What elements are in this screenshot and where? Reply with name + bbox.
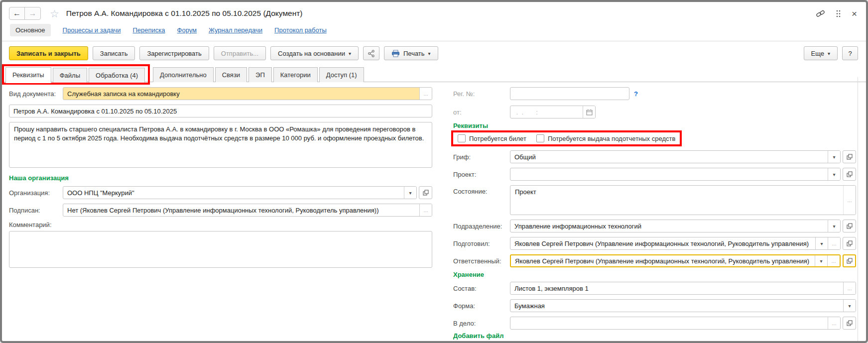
forward-button[interactable]: → [25, 7, 40, 19]
responsible-open-button[interactable] [843, 254, 856, 267]
signed-label: Подписан: [9, 207, 63, 214]
prepared-by-label: Подготовил: [453, 240, 510, 247]
left-column: Вид документа: ... Прошу направить старш… [9, 87, 432, 343]
department-open-button[interactable] [843, 220, 856, 232]
register-button[interactable]: Зарегистрировать [139, 46, 209, 60]
composition-ellipsis-button[interactable]: ... [843, 282, 856, 294]
case-file-open-button[interactable] [843, 317, 856, 330]
chevron-down-icon: ▾ [349, 51, 351, 56]
organization-dropdown-button[interactable]: ▾ [404, 187, 416, 199]
tab-processing[interactable]: Обработка (4) [89, 68, 145, 83]
department-dropdown-button[interactable]: ▾ [828, 220, 840, 232]
classification-field: ▾ [510, 150, 841, 163]
classification-dropdown-button[interactable]: ▾ [828, 151, 840, 163]
form-kind-dropdown-button[interactable]: ▾ [843, 300, 856, 312]
state-field: Проект ... [510, 185, 856, 215]
prepared-by-dropdown-button[interactable]: ▾ [815, 237, 828, 249]
tab-links[interactable]: Связи [215, 67, 247, 82]
department-input[interactable] [510, 220, 828, 232]
history-nav: ← → [9, 7, 41, 20]
doc-title-field [9, 105, 432, 117]
case-file-ellipsis-button[interactable]: ... [828, 317, 840, 329]
reg-number-label: Рег. №: [453, 90, 510, 98]
print-label: Печать [403, 50, 425, 57]
form-kind-input[interactable] [510, 300, 843, 312]
print-button[interactable]: Печать ▾ [384, 46, 438, 60]
tab-requisites[interactable]: Реквизиты [5, 67, 51, 83]
tab-categories[interactable]: Категории [273, 67, 318, 82]
prepared-by-open-button[interactable] [843, 237, 856, 250]
responsible-input[interactable] [511, 255, 815, 266]
signed-ellipsis-button[interactable]: ... [419, 204, 432, 216]
signed-field: ... [63, 204, 432, 217]
prepared-by-ellipsis-button[interactable]: ... [828, 237, 840, 249]
command-bar: Записать и закрыть Записать Зарегистриро… [2, 41, 866, 64]
share-icon [368, 50, 375, 57]
prepared-by-input[interactable] [510, 237, 815, 249]
tab-signature[interactable]: ЭП [248, 67, 272, 82]
organization-input[interactable] [63, 187, 404, 199]
date-from-input[interactable] [510, 106, 583, 118]
link-icon[interactable] [816, 9, 825, 18]
menu-kebab-icon[interactable] [836, 10, 841, 17]
form-kind-label: Форма: [453, 302, 510, 310]
tab-files[interactable]: Файлы [53, 68, 87, 83]
chevron-down-icon: ▾ [828, 51, 830, 56]
doc-kind-ellipsis-button[interactable]: ... [419, 88, 432, 100]
ticket-checkbox[interactable] [458, 134, 466, 142]
doc-title-input[interactable] [9, 105, 432, 117]
reg-number-input[interactable] [510, 88, 629, 100]
open-link-icon [847, 223, 853, 229]
responsible-ellipsis-button[interactable]: ... [827, 255, 840, 266]
close-icon[interactable]: × [852, 9, 857, 18]
more-button[interactable]: Еще ▾ [804, 46, 838, 60]
case-file-input[interactable] [510, 317, 828, 329]
date-from-calendar-button[interactable] [583, 106, 595, 118]
comment-textarea[interactable] [9, 231, 432, 268]
nav-processes[interactable]: Процессы и задачи [63, 26, 121, 34]
ticket-checkbox-row[interactable]: Потребуется билет [458, 134, 526, 142]
document-window: ← → ☆ Петров А.А. Командировка с 01.10.2… [0, 0, 868, 343]
funds-checkbox[interactable] [536, 134, 544, 142]
tab-access[interactable]: Доступ (1) [319, 67, 364, 82]
prepared-by-field: ▾ ... [510, 237, 841, 250]
create-based-on-button[interactable]: Создать на основании ▾ [270, 46, 359, 60]
department-label: Подразделение: [453, 223, 510, 230]
chevron-down-icon: ▾ [833, 172, 835, 177]
description-textarea[interactable]: Прошу направить старшего специалиста Пет… [9, 122, 432, 168]
classification-input[interactable] [510, 151, 828, 163]
tab-additional[interactable]: Дополнительно [153, 67, 214, 82]
organization-open-button[interactable] [419, 186, 432, 199]
save-button[interactable]: Записать [93, 46, 135, 60]
composition-input[interactable] [510, 282, 843, 294]
favorite-star-icon[interactable]: ☆ [50, 8, 59, 19]
back-button[interactable]: ← [9, 7, 25, 19]
share-button[interactable] [363, 46, 379, 60]
add-file-section-title: Добавить файл [453, 332, 856, 340]
doc-kind-input[interactable] [63, 88, 419, 100]
nav-main[interactable]: Основное [10, 24, 51, 36]
open-link-icon [847, 258, 853, 264]
save-and-close-button[interactable]: Записать и закрыть [9, 46, 88, 60]
nav-forum[interactable]: Форум [177, 26, 197, 34]
funds-checkbox-row[interactable]: Потребуется выдача подотчетных средств [536, 134, 675, 142]
send-button[interactable]: Отправить... [214, 46, 266, 60]
help-button[interactable]: ? [842, 46, 858, 60]
nav-transfer-log[interactable]: Журнал передачи [209, 26, 262, 34]
case-file-label: В дело: [453, 320, 510, 327]
state-value[interactable]: Проект [510, 186, 843, 215]
project-dropdown-button[interactable]: ▾ [828, 168, 840, 180]
responsible-dropdown-button[interactable]: ▾ [815, 255, 827, 266]
reg-number-help-icon[interactable]: ? [634, 90, 638, 98]
chevron-down-icon: ▾ [409, 190, 411, 196]
nav-work-protocol[interactable]: Протокол работы [274, 26, 327, 34]
project-input[interactable] [510, 168, 828, 180]
signed-input[interactable] [63, 204, 419, 216]
department-field: ▾ [510, 220, 841, 232]
state-ellipsis-button[interactable]: ... [843, 186, 856, 215]
date-from-label: от: [453, 109, 510, 116]
state-label: Состояние: [453, 185, 510, 195]
nav-correspondence[interactable]: Переписка [133, 26, 165, 34]
classification-open-button[interactable] [843, 150, 856, 163]
project-open-button[interactable] [843, 168, 856, 181]
